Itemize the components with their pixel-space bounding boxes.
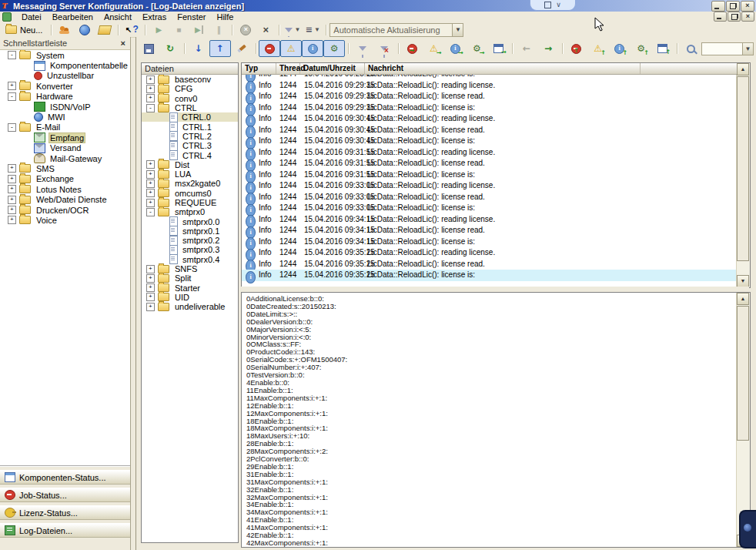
cancel-button[interactable]: × [236, 22, 256, 37]
expand-toggle-icon[interactable]: - [8, 51, 16, 59]
log-row[interactable]: iInfo124415.04.2016 09:33:05LicData::Rel… [242, 180, 737, 192]
first-debug-button[interactable]: ⚙ [631, 40, 652, 57]
file-tree-item-ctrl-3[interactable]: CTRL.3 [142, 141, 238, 150]
scroll-up-arrow[interactable]: ▲ [737, 63, 749, 75]
log-row[interactable]: iInfo124415.04.2016 09:35:25LicData::Rel… [242, 259, 737, 270]
file-tree-item-split[interactable]: +Split [142, 273, 238, 283]
scroll-thumb[interactable] [737, 76, 749, 261]
file-tree-item-smtprx0-1[interactable]: smtprx0.1 [142, 226, 238, 236]
globe-button[interactable] [75, 22, 95, 37]
expand-toggle-icon[interactable]: + [8, 206, 16, 214]
fullscreen-icon[interactable] [544, 2, 551, 8]
next-debug-button[interactable]: ⚙ [466, 40, 487, 57]
first-info-button[interactable]: i [609, 40, 631, 57]
file-tree-item-ctrl[interactable]: -CTRL [142, 103, 238, 112]
log-row[interactable]: iInfo124415.04.2016 09:35:25LicData::Rel… [242, 270, 737, 281]
file-tree-item-requeue[interactable]: +REQUEUE [142, 198, 238, 207]
file-tree-item-starter[interactable]: +Starter [142, 283, 238, 293]
expand-toggle-icon[interactable]: + [146, 75, 155, 84]
horizontal-splitter[interactable] [241, 287, 749, 292]
log-table-scrollbar[interactable]: ▲ ▼ [736, 63, 750, 287]
expand-toggle-icon[interactable]: + [146, 189, 155, 197]
log-row[interactable]: iInfo124415.04.2016 09:29:35LicData::Rel… [242, 91, 737, 102]
show-debug-toggle[interactable]: ⚙ [323, 40, 345, 57]
expand-toggle-icon[interactable]: + [146, 274, 155, 283]
mdi-minimize-button[interactable] [714, 12, 727, 22]
file-tree-item-uid[interactable]: +UID [142, 293, 238, 302]
first-window-button[interactable] [652, 40, 674, 57]
file-tree-item-smtprx0-4[interactable]: smtprx0.4 [142, 255, 238, 264]
first-warning-button[interactable]: ⚠ [587, 40, 609, 57]
log-row[interactable]: iInfo124415.04.2016 09:34:15LicData::Rel… [242, 214, 737, 226]
file-tree-item-ctrl-0[interactable]: CTRL.0 [142, 112, 238, 122]
expand-toggle-icon[interactable]: + [146, 170, 155, 179]
open-folder-button[interactable] [95, 22, 115, 37]
log-row[interactable]: iInfo124415.04.2016 09:30:45LicData::Rel… [242, 136, 737, 147]
refresh-button[interactable]: ↻ [159, 40, 181, 57]
expand-toggle-icon[interactable]: + [8, 196, 16, 204]
tree-item-exchange[interactable]: +Exchange [0, 174, 130, 184]
tree-item-konverter[interactable]: +Konverter [0, 81, 130, 91]
log-row[interactable]: iInfo124415.04.2016 09:33:05LicData::Rel… [242, 203, 737, 214]
log-row[interactable]: iInfo124415.04.2016 09:30:45LicData::Rel… [242, 113, 737, 125]
tree-item-sms[interactable]: +SMS [0, 163, 130, 173]
stop-button[interactable]: ■ [169, 22, 189, 37]
clear-log-button[interactable] [231, 40, 253, 57]
file-tree-item-undeliverable[interactable]: +undeliverable [142, 302, 238, 311]
file-tree-item-dist[interactable]: +Dist [142, 160, 238, 169]
chevron-down-icon[interactable]: ∨ [556, 2, 561, 8]
expand-toggle-icon[interactable]: + [146, 179, 155, 188]
next-info-button[interactable]: i [444, 40, 466, 57]
tree-item-empfang[interactable]: Empfang [0, 132, 130, 143]
restore-button[interactable] [726, 1, 740, 12]
show-errors-toggle[interactable] [259, 40, 280, 57]
tree-item-mail-gateway[interactable]: Mail-Gateway [0, 153, 130, 163]
close-button[interactable]: × [741, 1, 754, 12]
start-button[interactable]: ▶ [149, 22, 169, 37]
expand-toggle-icon[interactable]: + [146, 85, 155, 93]
expand-toggle-icon[interactable]: + [146, 199, 155, 207]
tree-item-drucken-ocr[interactable]: +Drucken/OCR [0, 205, 130, 215]
file-tree-item-smtprx0[interactable]: -smtprx0 [142, 207, 238, 216]
file-tree-item-smtprx0-2[interactable]: smtprx0.2 [142, 236, 238, 245]
log-row[interactable]: iInfo124415.04.2016 09:31:55LicData::Rel… [242, 169, 737, 181]
expand-toggle-icon[interactable]: + [8, 216, 16, 224]
file-tree-item-baseconv[interactable]: +baseconv [142, 75, 238, 84]
expand-toggle-icon[interactable]: + [146, 303, 155, 311]
show-info-toggle[interactable]: i [302, 40, 323, 57]
go-forward-button[interactable]: → [537, 40, 559, 57]
expand-toggle-icon[interactable]: + [8, 82, 16, 90]
filter-dropdown-button[interactable]: ▼ [283, 22, 303, 37]
first-error-button[interactable] [566, 40, 587, 57]
dropdown-arrow-icon[interactable]: ▼ [742, 43, 753, 55]
expand-toggle-icon[interactable]: + [146, 265, 155, 273]
log-row[interactable]: iInfo124415.04.2016 09:28:25LicData::Rel… [242, 74, 737, 80]
menu-hilfe[interactable]: Hilfe [211, 12, 239, 22]
log-row[interactable]: iInfo124415.04.2016 09:33:05LicData::Rel… [242, 192, 737, 203]
new-button[interactable]: Neu... [0, 22, 48, 37]
menu-ansicht[interactable]: Ansicht [99, 12, 137, 22]
titlebar-notch[interactable]: ∨ [530, 0, 576, 11]
auto-refresh-select[interactable]: Automatische Aktualisierung ▼ [329, 23, 463, 37]
tree-item-unzustellbar[interactable]: Unzustellbar [0, 71, 130, 81]
next-error-button[interactable] [401, 40, 423, 57]
menu-datei[interactable]: Datei [16, 12, 47, 22]
file-tree-item-ctrl-2[interactable]: CTRL.2 [142, 132, 238, 141]
file-tree-item-ctrl-1[interactable]: CTRL.1 [142, 122, 238, 131]
tree-item-system[interactable]: -System [0, 50, 130, 60]
expand-toggle-icon[interactable]: + [146, 293, 155, 301]
expand-toggle-icon[interactable]: + [8, 175, 16, 183]
tree-item-mwi[interactable]: MWI [0, 112, 130, 122]
expand-toggle-icon[interactable]: + [146, 94, 155, 102]
scroll-down-button[interactable]: ↓ [188, 40, 209, 57]
search-button[interactable] [680, 40, 701, 57]
expand-toggle-icon[interactable]: - [8, 92, 16, 101]
file-tree-item-conv0[interactable]: +conv0 [142, 94, 238, 103]
tree-item-e-mail[interactable]: -E-Mail [0, 122, 130, 132]
minimize-button[interactable] [711, 1, 725, 12]
mdi-restore-button[interactable] [728, 12, 741, 22]
save-button[interactable] [138, 40, 159, 57]
quickbar-button-lizenz-status[interactable]: Lizenz-Status... [0, 505, 130, 520]
log-row[interactable]: iInfo124415.04.2016 09:34:15LicData::Rel… [242, 236, 737, 248]
expand-toggle-icon[interactable]: + [146, 283, 155, 292]
